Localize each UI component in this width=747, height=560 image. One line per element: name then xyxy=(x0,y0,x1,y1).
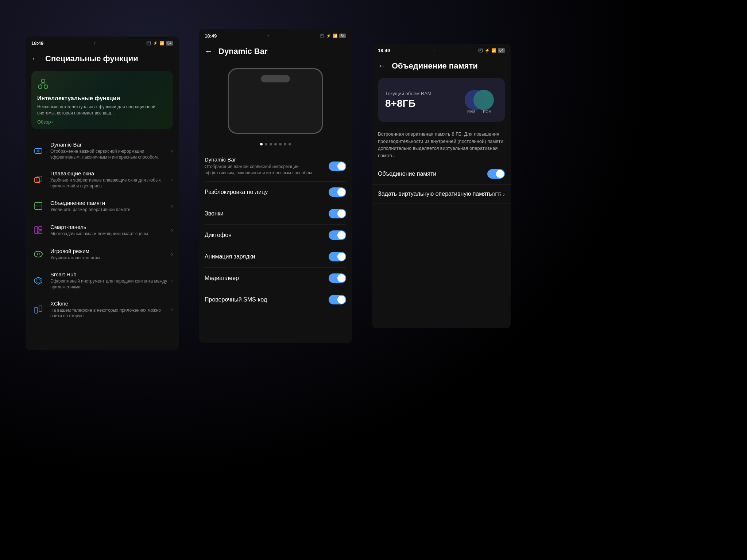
floating-windows-text: Плавающие окна Удобные и эффективные пла… xyxy=(50,170,168,189)
battery-icon: 64 xyxy=(166,41,173,46)
wifi-icon-3: 📶 xyxy=(491,48,496,53)
page-dots xyxy=(199,143,352,145)
screen3-memory-fusion: 18:49 ↑ 📳 ⚡ 📶 64 ← Объединение памяти Те… xyxy=(372,44,511,328)
menu-item-floating-windows[interactable]: Плавающие окна Удобные и эффективные пла… xyxy=(26,165,179,194)
status-icons-1: 📳 ⚡ 📶 64 xyxy=(146,41,173,46)
screen1-title: Специальные функции xyxy=(45,54,138,63)
dictophone-label: Диктофон xyxy=(205,232,232,238)
ram-amount: 8+8ГБ xyxy=(385,98,431,109)
menu-item-smart-panel[interactable]: Смарт-панель Многозадачные окна и помощн… xyxy=(26,218,179,242)
venn-diagram: RAM ROM xyxy=(461,85,498,114)
back-button-2[interactable]: ← xyxy=(205,47,213,56)
toggle-media-player[interactable]: Медиаплеер xyxy=(205,268,346,289)
face-unlock-label: Разблокировка по лицу xyxy=(205,189,268,195)
charging-label: Анимация зарядки xyxy=(205,253,255,260)
calls-label: Звонки xyxy=(205,210,224,217)
memory-fusion-toggle[interactable] xyxy=(487,169,505,179)
main-toggle-info: Dynamic Bar Отображение важной сервисной… xyxy=(205,156,324,176)
floating-windows-chevron: › xyxy=(171,176,173,183)
toggle-face-unlock[interactable]: Разблокировка по лицу xyxy=(205,182,346,203)
sms-code-switch[interactable] xyxy=(329,295,346,304)
phone-preview-illustration xyxy=(224,66,326,136)
vibrate-icon-2: 📳 xyxy=(320,34,325,38)
back-button-1[interactable]: ← xyxy=(31,54,39,63)
featured-card[interactable]: Интеллектуальные функции Несколько интел… xyxy=(31,71,173,129)
memory-fusion-text: Объединение памяти Увеличить размер опер… xyxy=(50,200,168,213)
status-time-2: 18:49 xyxy=(205,33,217,39)
charging-switch[interactable] xyxy=(329,252,346,261)
menu-item-dynamic-bar[interactable]: Dynamic Bar Отображение важной сервисной… xyxy=(26,136,179,165)
screen1-header: ← Специальные функции xyxy=(26,48,179,66)
smart-panel-icon xyxy=(31,223,45,237)
svg-marker-19 xyxy=(35,277,42,284)
memory-fusion-row[interactable]: Объединение памяти xyxy=(372,163,511,185)
status-bar-3: 18:49 ↑ 📳 ⚡ 📶 64 xyxy=(372,44,511,55)
xclone-icon xyxy=(31,303,45,316)
svg-line-4 xyxy=(43,83,46,85)
svg-point-2 xyxy=(44,85,48,89)
status-bar-2: 18:49 ↑ 📳 ⚡ 📶 64 xyxy=(199,29,352,41)
dictophone-switch[interactable] xyxy=(329,230,346,240)
smart-panel-title: Смарт-панель xyxy=(50,224,168,230)
svg-rect-11 xyxy=(35,226,38,234)
media-player-switch[interactable] xyxy=(329,273,346,283)
media-player-label: Медиаплеер xyxy=(205,275,239,281)
featured-card-link[interactable]: Обзор › xyxy=(37,119,53,125)
menu-item-game-mode[interactable]: Игровой режим Улучшить качество игры › xyxy=(26,242,179,266)
toggle-sms-code[interactable]: Проверочный SMS-код xyxy=(205,289,346,310)
network-up-icon-3: ↑ xyxy=(433,48,435,52)
bluetooth-icon-3: ⚡ xyxy=(485,48,490,53)
game-mode-desc: Улучшить качество игры xyxy=(50,255,168,261)
back-button-3[interactable]: ← xyxy=(378,61,386,71)
dot-4 xyxy=(274,143,277,145)
svg-rect-21 xyxy=(35,307,38,313)
status-icons-2: 📳 ⚡ 📶 64 xyxy=(320,34,346,38)
floating-windows-title: Плавающие окна xyxy=(50,170,168,176)
main-toggle-desc: Отображение важной сервисной информации … xyxy=(205,164,324,176)
toggle-calls[interactable]: Звонки xyxy=(205,203,346,225)
toggle-dictophone[interactable]: Диктофон xyxy=(205,225,346,246)
status-icons-3: 📳 ⚡ 📶 64 xyxy=(478,48,505,53)
screen2-title: Dynamic Bar xyxy=(218,47,268,56)
floating-windows-desc: Удобные и эффективные плавающие окна для… xyxy=(50,178,168,189)
main-dynamic-bar-toggle[interactable]: Dynamic Bar Отображение важной сервисной… xyxy=(205,151,346,182)
calls-switch[interactable] xyxy=(329,209,346,218)
ram-info: Текущий объём RAM 8+8ГБ xyxy=(385,91,431,109)
dynamic-bar-icon xyxy=(31,144,45,158)
virtual-ram-value: 8ГБ › xyxy=(492,191,505,197)
virtual-ram-title: Задать виртуальную оперативную память xyxy=(378,191,492,197)
memory-fusion-icon xyxy=(31,199,45,213)
dot-2 xyxy=(265,143,267,145)
menu-item-memory-fusion[interactable]: Объединение памяти Увеличить размер опер… xyxy=(26,194,179,218)
floating-windows-icon xyxy=(31,173,45,187)
ram-card-label: Текущий объём RAM xyxy=(385,91,431,96)
svg-rect-12 xyxy=(39,226,42,230)
smart-panel-text: Смарт-панель Многозадачные окна и помощн… xyxy=(50,224,168,237)
smart-hub-chevron: › xyxy=(171,277,173,284)
bluetooth-icon: ⚡ xyxy=(153,41,158,46)
toggle-charging-animation[interactable]: Анимация зарядки xyxy=(205,246,346,268)
memory-fusion-setting-title: Объединение памяти xyxy=(378,171,436,177)
svg-line-3 xyxy=(40,83,43,85)
dot-5 xyxy=(279,143,282,145)
vibrate-icon: 📳 xyxy=(146,41,151,46)
dynamic-bar-desc: Отображение важной сервисной информации … xyxy=(50,149,168,160)
smart-hub-text: Smart Hub Эффективный инструмент для пер… xyxy=(50,271,168,290)
smart-panel-desc: Многозадачные окна и помощники смарт-сце… xyxy=(50,231,168,237)
virtual-ram-row[interactable]: Задать виртуальную оперативную память 8Г… xyxy=(372,185,511,203)
menu-item-smart-hub[interactable]: Smart Hub Эффективный инструмент для пер… xyxy=(26,266,179,295)
svg-rect-7 xyxy=(35,178,40,183)
memory-fusion-chevron: › xyxy=(171,203,173,209)
dot-1 xyxy=(260,143,263,145)
xclone-desc: На вашем телефоне в некоторых приложения… xyxy=(50,308,168,319)
svg-text:ROM: ROM xyxy=(483,110,491,114)
featured-card-icon xyxy=(37,78,167,92)
status-time-1: 18:49 xyxy=(31,40,43,46)
menu-item-xclone[interactable]: XClone На вашем телефоне в некоторых при… xyxy=(26,295,179,324)
dynamic-bar-chevron: › xyxy=(171,148,173,154)
xclone-chevron: › xyxy=(171,306,173,313)
battery-icon-3: 64 xyxy=(498,48,505,53)
face-unlock-switch[interactable] xyxy=(329,187,346,197)
xclone-text: XClone На вашем телефоне в некоторых при… xyxy=(50,300,168,319)
main-toggle-switch[interactable] xyxy=(329,162,346,171)
